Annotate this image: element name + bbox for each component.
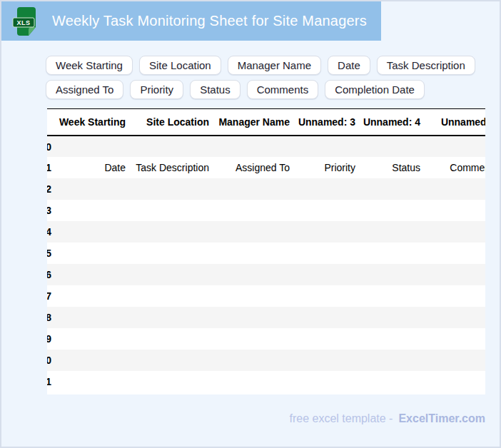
table-row: 1DateTask DescriptionAssigned ToPriority…: [47, 157, 485, 178]
table-column-header: Unnamed: 5: [422, 109, 485, 136]
table-cell: [357, 136, 422, 157]
table-cell: [357, 350, 422, 371]
table-cell: [357, 178, 422, 200]
table-cell: [422, 371, 485, 392]
chip-completion-date[interactable]: Completion Date: [325, 80, 425, 99]
chip-task-description[interactable]: Task Description: [377, 56, 475, 75]
xls-file-icon: XLS: [11, 6, 40, 37]
table-cell: [211, 350, 291, 371]
table-cell: [291, 136, 357, 157]
table-cell: [211, 221, 291, 243]
spreadsheet-preview: Week StartingSite LocationManager NameUn…: [47, 108, 485, 394]
table-cell: [211, 264, 291, 285]
chip-manager-name[interactable]: Manager Name: [228, 56, 321, 75]
table-cell: [127, 264, 211, 285]
table-cell: [291, 371, 357, 392]
table-cell: [51, 136, 127, 157]
table-row: 0: [47, 136, 485, 157]
table-cell: [211, 243, 291, 264]
footer-text: free excel template -: [289, 412, 393, 424]
table-cell: [127, 285, 211, 307]
table-row: 8: [47, 307, 485, 328]
table-column-header: Week Starting: [51, 109, 127, 136]
table-column-header: Unnamed: 3: [291, 109, 357, 136]
table-cell: [211, 200, 291, 221]
chip-priority[interactable]: Priority: [130, 80, 183, 99]
chip-week-starting[interactable]: Week Starting: [46, 56, 133, 75]
table-cell: [357, 221, 422, 243]
table-cell: [211, 136, 291, 157]
table-cell: [211, 307, 291, 328]
table-cell: [127, 221, 211, 243]
table-cell: [422, 200, 485, 221]
table-cell: [51, 178, 127, 200]
table-row: 5: [47, 243, 485, 264]
chip-row-1: Week StartingSite LocationManager NameDa…: [46, 56, 467, 75]
table-row: 9: [47, 328, 485, 350]
table-cell: [51, 200, 127, 221]
table-cell: [291, 285, 357, 307]
table-cell: [357, 285, 422, 307]
table-cell: [422, 243, 485, 264]
table-cell: [422, 328, 485, 350]
table-cell: [211, 328, 291, 350]
chip-date[interactable]: Date: [328, 56, 370, 75]
table-row: 4: [47, 221, 485, 243]
table-cell: [51, 371, 127, 392]
table-row: 3: [47, 200, 485, 221]
table-cell: Status: [357, 157, 422, 178]
table-cell: [51, 328, 127, 350]
table-cell: [422, 285, 485, 307]
table-cell: [357, 328, 422, 350]
table-row: 6: [47, 264, 485, 285]
table-cell: [127, 200, 211, 221]
table-cell: [127, 371, 211, 392]
table-cell: [291, 178, 357, 200]
table-cell: Task Description: [127, 157, 211, 178]
table-cell: [51, 350, 127, 371]
table-cell: Priority: [291, 157, 357, 178]
table-cell: [127, 307, 211, 328]
header-bar: XLS Weekly Task Monitoring Sheet for Sit…: [1, 1, 381, 41]
table-cell: [127, 350, 211, 371]
table-cell: [51, 285, 127, 307]
table-cell: [422, 221, 485, 243]
table-row: 11: [47, 371, 485, 392]
table-cell: [357, 307, 422, 328]
table-row: 10: [47, 350, 485, 371]
chip-site-location[interactable]: Site Location: [139, 56, 221, 75]
table-cell: [51, 264, 127, 285]
table-cell: [291, 221, 357, 243]
chip-assigned-to[interactable]: Assigned To: [46, 80, 123, 99]
table-cell: [357, 264, 422, 285]
table-cell: [51, 307, 127, 328]
table-cell: [291, 350, 357, 371]
table-cell: [291, 200, 357, 221]
table-cell: [51, 243, 127, 264]
table-cell: Comments: [422, 157, 485, 178]
table-cell: [291, 328, 357, 350]
keyword-chips: Week StartingSite LocationManager NameDa…: [46, 56, 467, 99]
table-cell: [422, 136, 485, 157]
table-cell: [357, 200, 422, 221]
table-cell: [291, 307, 357, 328]
table-column-header: Manager Name: [211, 109, 291, 136]
footer-brand-link[interactable]: ExcelTimer.com: [398, 412, 485, 424]
table-header-row: Week StartingSite LocationManager NameUn…: [47, 109, 485, 136]
table-cell: [127, 136, 211, 157]
svg-text:XLS: XLS: [16, 19, 30, 26]
table-cell: [422, 178, 485, 200]
chip-status[interactable]: Status: [190, 80, 241, 99]
table-cell: [127, 243, 211, 264]
table-cell: [127, 328, 211, 350]
table-row: 7: [47, 285, 485, 307]
table-cell: [291, 243, 357, 264]
table-cell: Assigned To: [211, 157, 291, 178]
page: XLS Weekly Task Monitoring Sheet for Sit…: [0, 0, 501, 448]
table-cell: [51, 221, 127, 243]
chip-comments[interactable]: Comments: [247, 80, 319, 99]
chip-row-2: Assigned ToPriorityStatusCommentsComplet…: [46, 80, 467, 99]
table-cell: Date: [51, 157, 127, 178]
table-cell: [211, 178, 291, 200]
preview-table: Week StartingSite LocationManager NameUn…: [47, 108, 485, 392]
